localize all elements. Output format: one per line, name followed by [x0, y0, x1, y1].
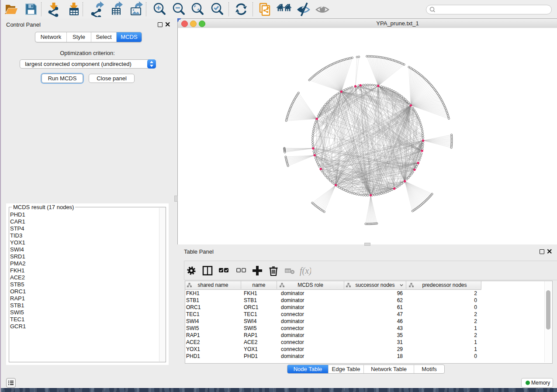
svg-text:f(x): f(x): [300, 266, 311, 276]
